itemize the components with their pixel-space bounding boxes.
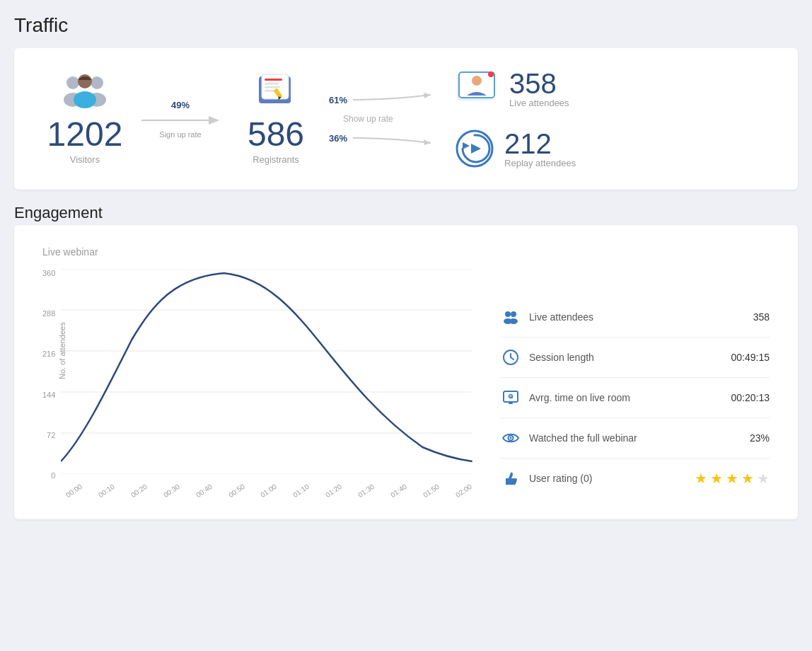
x-label-0: 00:00 <box>64 483 83 499</box>
right-stats: 358 Live attendees 212 Replay attendees <box>456 69 576 168</box>
user-rating-label: User rating (0) <box>529 473 695 484</box>
replay-icon <box>456 129 494 168</box>
visitors-number: 1202 <box>47 117 123 151</box>
live-attendees-stat-value: 358 <box>753 311 770 323</box>
avg-time-value: 00:20:13 <box>731 392 770 403</box>
x-label-7: 01:10 <box>291 483 311 499</box>
visitors-label: Visitors <box>70 154 100 165</box>
replay-rate: 36% <box>329 133 347 144</box>
live-attendees-number: 358 <box>509 69 569 98</box>
live-attendees-stat-label: Live attendees <box>529 311 753 323</box>
replay-attendees-stat: 212 Replay attendees <box>456 129 576 168</box>
star-2: ★ <box>710 470 723 487</box>
y-label-216: 216 <box>42 350 55 358</box>
stat-row-user-rating: User rating (0) ★ ★ ★ ★ ★ <box>501 459 770 498</box>
y-label-288: 288 <box>42 309 55 318</box>
svg-marker-24 <box>471 144 481 154</box>
stat-row-avg-time: Avrg. time on live room 00:20:13 <box>501 378 770 418</box>
live-attendees-stat: 358 Live attendees <box>456 69 576 108</box>
svg-point-34 <box>509 318 518 324</box>
stats-panel: Live attendees 358 Session length 00:49:… <box>501 269 770 498</box>
star-3: ★ <box>726 470 738 487</box>
session-length-value: 00:49:15 <box>731 352 770 363</box>
avg-time-label: Avrg. time on live room <box>529 392 731 403</box>
session-length-label: Session length <box>529 352 731 363</box>
y-label-360: 360 <box>42 269 55 277</box>
user-rating-stars: ★ ★ ★ ★ ★ <box>695 470 770 487</box>
y-axis-label: No. of attendees <box>59 322 67 379</box>
x-label-11: 01:50 <box>422 483 441 499</box>
x-label-3: 00:30 <box>162 483 181 499</box>
svg-point-21 <box>488 71 494 77</box>
svg-marker-7 <box>209 116 219 125</box>
replay-arrow-svg <box>353 131 431 145</box>
star-5: ★ <box>757 470 770 487</box>
svg-point-5 <box>74 91 96 108</box>
x-label-12: 02:00 <box>454 483 473 499</box>
svg-point-2 <box>91 76 103 89</box>
registrants-number: 586 <box>248 117 304 151</box>
svg-marker-23 <box>463 142 470 149</box>
svg-point-31 <box>505 311 511 317</box>
x-label-2: 00:20 <box>129 483 149 499</box>
live-attendees-icon <box>456 71 499 108</box>
chart-svg <box>61 269 472 474</box>
traffic-card: 1202 Visitors 49% Sign up rate <box>14 48 798 190</box>
live-arrow-svg <box>353 93 431 107</box>
replay-attendees-label: Replay attendees <box>504 158 576 168</box>
live-attendees-info: 358 Live attendees <box>509 69 569 108</box>
y-label-72: 72 <box>47 431 55 439</box>
people-icon-stat <box>501 307 521 327</box>
live-attendees-label: Live attendees <box>509 98 569 108</box>
x-label-5: 00:50 <box>227 483 246 499</box>
signup-arrow: 49% Sign up rate <box>141 100 219 139</box>
star-4: ★ <box>741 470 754 487</box>
y-label-144: 144 <box>42 391 55 399</box>
screen-time-icon <box>501 388 521 408</box>
x-label-4: 00:40 <box>195 483 214 499</box>
signup-label: Sign up rate <box>159 130 201 139</box>
stat-row-watched-full: Watched the full webinar 23% <box>501 418 770 459</box>
x-label-6: 01:00 <box>260 483 279 499</box>
page-title: Traffic <box>14 14 798 37</box>
x-label-8: 01:20 <box>324 483 343 499</box>
registrant-icon <box>253 73 299 112</box>
live-rate: 61% <box>329 95 347 105</box>
engagement-card: Live webinar 360 288 216 144 72 0 No. of… <box>14 225 798 519</box>
svg-line-40 <box>511 396 512 398</box>
chart-area: 360 288 216 144 72 0 No. of attendees <box>42 269 472 495</box>
live-webinar-subtitle: Live webinar <box>42 246 770 258</box>
x-label-1: 00:10 <box>97 483 116 499</box>
x-label-10: 01:40 <box>389 483 408 499</box>
stat-row-session-length: Session length 00:49:15 <box>501 338 770 378</box>
live-arrow-row: 61% <box>329 93 431 107</box>
svg-point-0 <box>66 76 79 89</box>
replay-attendees-number: 212 <box>504 129 576 158</box>
registrants-label: Registrants <box>253 154 299 165</box>
stars-container: ★ ★ ★ ★ ★ <box>695 470 770 487</box>
signup-rate: 49% <box>171 100 190 110</box>
thumbs-up-icon <box>501 468 521 488</box>
svg-point-20 <box>472 76 482 86</box>
star-1: ★ <box>695 470 707 487</box>
showup-label: Show up rate <box>343 114 393 124</box>
replay-attendees-info: 212 Replay attendees <box>504 129 576 168</box>
signup-arrow-svg <box>141 112 219 129</box>
visitors-stat: 1202 Visitors <box>42 73 127 165</box>
svg-rect-12 <box>265 86 280 88</box>
watched-full-value: 23% <box>750 432 770 444</box>
traffic-flow: 1202 Visitors 49% Sign up rate <box>42 69 770 168</box>
svg-point-43 <box>510 437 512 439</box>
registrants-stat: 586 Registrants <box>233 73 318 165</box>
engagement-content: 360 288 216 144 72 0 No. of attendees <box>42 269 770 498</box>
y-label-0: 0 <box>51 471 55 480</box>
svg-rect-10 <box>265 79 282 81</box>
watched-full-label: Watched the full webinar <box>529 432 750 444</box>
engagement-title: Engagement <box>14 204 798 222</box>
stat-row-live-attendees: Live attendees 358 <box>501 297 770 338</box>
svg-line-37 <box>511 357 514 359</box>
eye-icon <box>501 428 521 448</box>
people-icon <box>60 73 110 112</box>
svg-rect-11 <box>265 83 279 85</box>
x-label-9: 01:30 <box>356 483 376 499</box>
